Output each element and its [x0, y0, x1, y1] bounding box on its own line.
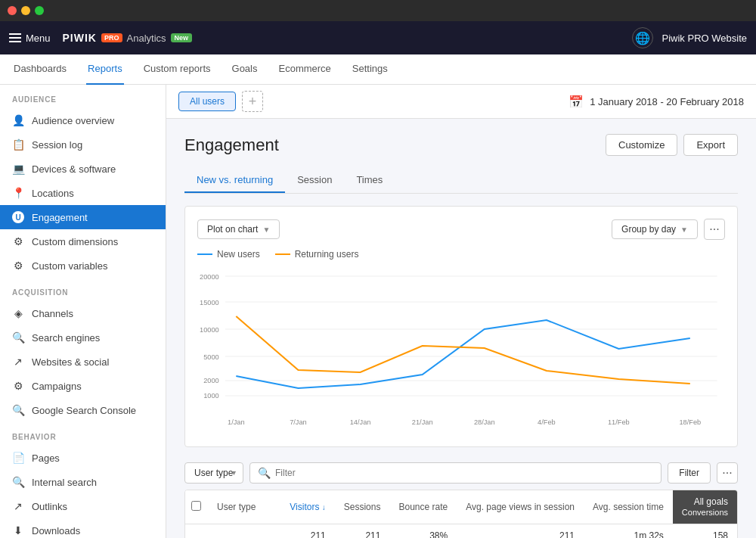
cell-avg-pageviews: 211	[457, 524, 584, 539]
minimize-button[interactable]	[21, 6, 30, 15]
globe-button[interactable]: 🌐	[632, 27, 653, 48]
sidebar-item-engagement[interactable]: U Engagement	[0, 205, 166, 229]
export-button[interactable]: Export	[683, 134, 738, 156]
svg-text:7/Jan: 7/Jan	[290, 418, 307, 426]
group-by-day-button[interactable]: Group by day ▼	[612, 219, 698, 239]
subnav-item-settings[interactable]: Settings	[351, 54, 389, 85]
plot-on-chart-button[interactable]: Plot on chart ▼	[197, 219, 280, 239]
tab-times[interactable]: Times	[344, 168, 395, 193]
svg-text:10000: 10000	[200, 326, 219, 334]
filter-button[interactable]: Filter	[668, 462, 711, 484]
cell-sessions: 211	[335, 524, 390, 539]
subnav-item-goals[interactable]: Goals	[231, 54, 259, 85]
add-segment-button[interactable]: +	[242, 91, 263, 112]
sidebar-label: Custom variables	[32, 260, 107, 272]
top-navigation: Menu PIWIK PRO Analytics New 🌐 Piwik PRO…	[0, 21, 756, 54]
sidebar-item-search-engines[interactable]: 🔍 Search engines	[0, 325, 166, 350]
menu-label: Menu	[26, 33, 51, 44]
svg-text:2000: 2000	[203, 377, 219, 384]
table: User type Visitors ↓ Sessions Bounce rat…	[185, 490, 737, 538]
calendar-icon[interactable]: 📅	[569, 95, 584, 109]
date-range: 📅 1 January 2018 - 20 February 2018	[569, 95, 744, 109]
sidebar-item-websites-social[interactable]: ↗ Websites & social	[0, 350, 166, 374]
sidebar-label: Channels	[32, 308, 73, 319]
sub-navigation: Dashboards Reports Custom reports Goals …	[0, 54, 756, 85]
svg-text:5000: 5000	[203, 353, 219, 361]
svg-text:4/Feb: 4/Feb	[538, 418, 556, 426]
content-header: Engagement Customize Export	[184, 134, 738, 156]
chart-legend: New users Returning users	[197, 249, 725, 260]
chart-controls-right: Group by day ▼ ···	[612, 219, 725, 240]
select-all-header	[185, 490, 208, 524]
sidebar-section-acquisition: ACQUISITION	[0, 278, 166, 301]
sidebar-item-downloads[interactable]: ⬇ Downloads	[0, 518, 166, 538]
menu-button[interactable]: Menu	[9, 33, 51, 44]
filter-input[interactable]	[275, 463, 653, 483]
date-range-text: 1 January 2018 - 20 February 2018	[590, 96, 744, 107]
person-icon: 👤	[12, 114, 24, 126]
maximize-button[interactable]	[35, 6, 44, 15]
chart-controls: Plot on chart ▼ Group by day ▼ ···	[197, 219, 725, 240]
plot-label: Plot on chart	[207, 224, 258, 235]
subnav-item-custom-reports[interactable]: Custom reports	[142, 54, 212, 85]
list-icon: 📋	[12, 138, 24, 151]
sidebar-label: Engagement	[32, 212, 88, 223]
sidebar: AUDIENCE 👤 Audience overview 📋 Session l…	[0, 85, 166, 538]
sidebar-item-pages[interactable]: 📄 Pages	[0, 446, 166, 470]
table-body: 211 211 38% 211 1m 32s 158 New users	[185, 524, 737, 539]
sidebar-item-devices[interactable]: 💻 Devices & software	[0, 157, 166, 181]
subnav-item-reports[interactable]: Reports	[86, 54, 124, 85]
topnav-right: 🌐 Piwik PRO Website	[632, 27, 747, 48]
th-visitors[interactable]: Visitors ↓	[280, 490, 334, 524]
cell-avg-session-time: 1m 32s	[584, 524, 673, 539]
sidebar-item-campaigns[interactable]: ⚙ Campaigns	[0, 374, 166, 398]
th-user-type[interactable]: User type	[208, 490, 280, 524]
sidebar-item-outlinks[interactable]: ↗ Outlinks	[0, 494, 166, 518]
th-sessions[interactable]: Sessions	[335, 490, 390, 524]
th-avg-session-time[interactable]: Avg. session time	[584, 490, 673, 524]
content-area: Engagement Customize Export New vs. retu…	[166, 119, 756, 538]
legend-new-users: New users	[197, 249, 260, 260]
sort-desc-icon: ↓	[322, 503, 326, 512]
svg-text:18/Feb: 18/Feb	[679, 418, 701, 426]
sidebar-label: Pages	[32, 452, 60, 464]
engagement-icon: U	[12, 211, 24, 223]
close-button[interactable]	[8, 6, 17, 15]
chart-svg: 20000 15000 10000 5000 2000 1000 1/Jan 7	[197, 266, 725, 432]
subnav-item-dashboards[interactable]: Dashboards	[12, 54, 68, 85]
sidebar-label: Audience overview	[32, 115, 114, 126]
downloads-icon: ⬇	[12, 524, 24, 536]
subnav-item-ecommerce[interactable]: Ecommerce	[277, 54, 332, 85]
sidebar-item-audience-overview[interactable]: 👤 Audience overview	[0, 108, 166, 132]
select-all-checkbox[interactable]	[191, 501, 201, 511]
sidebar-item-internal-search[interactable]: 🔍 Internal search	[0, 470, 166, 494]
sidebar-section-audience: AUDIENCE	[0, 85, 166, 108]
chart-more-button[interactable]: ···	[704, 219, 725, 240]
all-users-segment[interactable]: All users	[178, 92, 236, 111]
report-tabs: New vs. returning Session Times	[184, 168, 738, 194]
sidebar-item-custom-variables[interactable]: ⚙ Custom variables	[0, 253, 166, 278]
search-engines-icon: 🔍	[12, 331, 24, 344]
campaigns-icon: ⚙	[12, 380, 24, 392]
table-header-row: User type Visitors ↓ Sessions Bounce rat…	[185, 490, 737, 524]
new-users-color	[197, 253, 212, 255]
th-avg-pageviews[interactable]: Avg. page views in session	[457, 490, 584, 524]
sidebar-item-google-search-console[interactable]: 🔍 Google Search Console	[0, 398, 166, 422]
th-bounce-rate[interactable]: Bounce rate	[389, 490, 457, 524]
sidebar-item-channels[interactable]: ◈ Channels	[0, 301, 166, 325]
user-type-select[interactable]: User type	[184, 462, 243, 484]
tab-new-vs-returning[interactable]: New vs. returning	[184, 168, 285, 193]
gear-icon: ⚙	[12, 235, 24, 247]
svg-text:28/Jan: 28/Jan	[474, 418, 495, 426]
sidebar-label: Search engines	[32, 332, 100, 344]
tab-session[interactable]: Session	[285, 168, 344, 193]
chart-controls-left: Plot on chart ▼	[197, 219, 280, 239]
customize-button[interactable]: Customize	[606, 134, 677, 156]
sidebar-item-session-log[interactable]: 📋 Session log	[0, 132, 166, 157]
sidebar-item-locations[interactable]: 📍 Locations	[0, 181, 166, 205]
titlebar	[0, 0, 756, 21]
svg-text:1000: 1000	[203, 392, 219, 400]
sidebar-label: Outlinks	[32, 501, 67, 512]
sidebar-item-custom-dimensions[interactable]: ⚙ Custom dimensions	[0, 229, 166, 253]
filter-more-button[interactable]: ···	[717, 462, 738, 484]
